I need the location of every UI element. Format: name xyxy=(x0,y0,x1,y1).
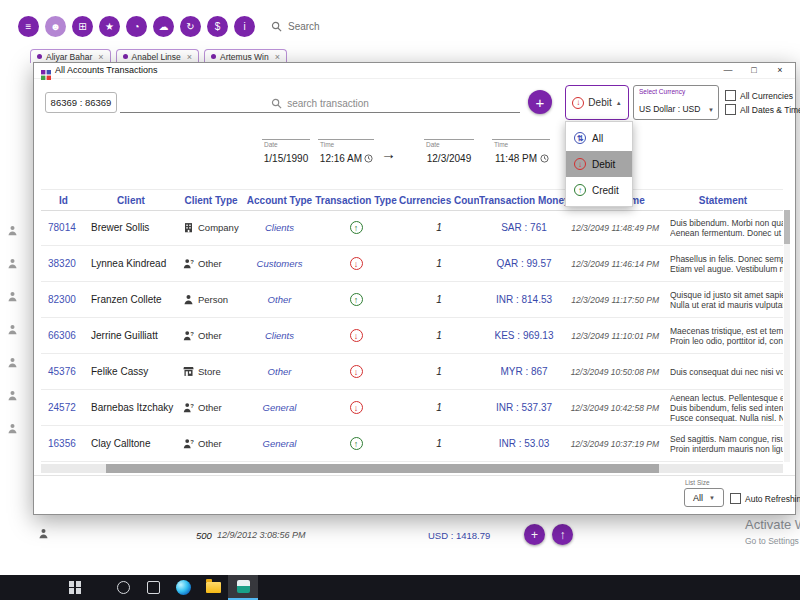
dialog-title: All Accounts Transactions xyxy=(55,65,158,75)
menu-item-credit[interactable]: ↑Credit xyxy=(566,177,632,203)
from-date-field[interactable]: Date 1/15/1990 xyxy=(262,139,310,168)
taskbar-file-explorer-icon[interactable] xyxy=(198,575,228,600)
transaction-row[interactable]: 38320Lynnea Kindread?OtherCustomers↓1QAR… xyxy=(41,246,783,282)
taskbar-edge-icon[interactable] xyxy=(168,575,198,600)
table-header: IdClientClient TypeAccount TypeTransacti… xyxy=(41,189,783,211)
maximize-button[interactable]: □ xyxy=(741,63,767,78)
header-id[interactable]: Id xyxy=(41,195,86,206)
to-date-field[interactable]: Date 12/3/2049 xyxy=(424,139,474,168)
menu-item-debit[interactable]: ↓Debit xyxy=(566,151,632,177)
scrollbar-thumb[interactable] xyxy=(784,210,790,244)
tab-strip: Aliyar Bahar×Anabel Linse×Artemus Win× xyxy=(30,49,287,63)
tab-close-icon[interactable]: × xyxy=(187,52,192,62)
app-search-input[interactable]: Search xyxy=(271,21,320,32)
header-statement[interactable]: Statement xyxy=(663,195,783,206)
other-icon: ? xyxy=(183,258,194,269)
taskbar-app-icon[interactable] xyxy=(228,575,258,600)
menu-item-all[interactable]: ⇅All xyxy=(566,125,632,151)
transactions-dialog: All Accounts Transactions —□× 86369 : 86… xyxy=(33,62,796,515)
cell-datetime: 12/3/2049 11:48:49 PM xyxy=(569,223,663,233)
cell-account-type: Clients xyxy=(246,330,313,341)
contacts-button[interactable]: ☻ xyxy=(45,16,66,37)
favorites-button[interactable]: ★ xyxy=(99,16,120,37)
cell-id[interactable]: 78014 xyxy=(41,222,86,233)
auto-refresh-checkbox[interactable]: Auto Refreshing xyxy=(730,493,800,504)
background-row-icon xyxy=(7,321,33,332)
cell-statement: Duis consequat dui nec nisi volu... xyxy=(663,367,783,377)
currency-select[interactable]: Select Currency US Dollar : USD ▼ xyxy=(633,85,719,120)
list-size-select[interactable]: All ▼ xyxy=(684,488,724,507)
cell-id[interactable]: 16356 xyxy=(41,438,86,449)
app-toolbar-buttons: ≡☻⊞★◔☁↻$i xyxy=(18,16,255,37)
other-icon: ? xyxy=(183,438,194,449)
cell-client-type: ?Other xyxy=(176,438,246,449)
background-add-button[interactable]: + xyxy=(524,524,545,545)
tab-close-icon[interactable]: × xyxy=(275,52,280,62)
cell-client: Brewer Sollis xyxy=(86,222,176,233)
header-client[interactable]: Client xyxy=(86,195,176,206)
cell-client-type: Company xyxy=(176,222,246,233)
checkbox-icon xyxy=(725,104,736,115)
table-horizontal-scrollbar[interactable] xyxy=(41,464,783,473)
cell-id[interactable]: 24572 xyxy=(41,402,86,413)
info-button[interactable]: i xyxy=(234,16,255,37)
cell-transaction-money: INR : 53.03 xyxy=(479,438,569,449)
transaction-row[interactable]: 78014Brewer SollisCompanyClients↑1SAR : … xyxy=(41,210,783,246)
transaction-type-filter-button[interactable]: ↓ Debit ▲ xyxy=(565,85,629,120)
menu-item-label: Credit xyxy=(592,185,619,196)
transaction-search-input[interactable]: search transaction xyxy=(120,95,520,113)
cell-account-type: General xyxy=(246,402,313,413)
add-transaction-button[interactable]: + xyxy=(528,90,552,114)
cell-account-type: Other xyxy=(246,294,313,305)
to-time-field[interactable]: Time 11:48 PM xyxy=(492,139,550,168)
all-currencies-checkbox[interactable]: All Currencies xyxy=(725,90,793,101)
header-transaction-money[interactable]: Transaction Money xyxy=(479,195,569,206)
tab-dot-icon xyxy=(123,54,128,59)
tab-anabel-linse[interactable]: Anabel Linse× xyxy=(116,49,199,63)
menu-button[interactable]: ≡ xyxy=(18,16,39,37)
cell-id[interactable]: 82300 xyxy=(41,294,86,305)
all-transactions-icon: ⇅ xyxy=(574,132,586,144)
cell-id[interactable]: 38320 xyxy=(41,258,86,269)
payments-button[interactable]: $ xyxy=(207,16,228,37)
debit-icon: ↓ xyxy=(350,365,363,378)
transaction-row[interactable]: 24572Barnebas Itzchaky?OtherGeneral↓1INR… xyxy=(41,390,783,426)
debit-icon: ↓ xyxy=(350,401,363,414)
header-currencies-count[interactable]: Currencies Count xyxy=(399,195,479,206)
tab-artemus-win[interactable]: Artemus Win× xyxy=(204,49,287,63)
transaction-row[interactable]: 45376Felike CassyStoreOther↓1MYR : 86712… xyxy=(41,354,783,390)
tab-close-icon[interactable]: × xyxy=(98,52,103,62)
close-button[interactable]: × xyxy=(767,63,793,78)
credit-icon: ↑ xyxy=(350,293,363,306)
list-size-label: List Size xyxy=(685,479,710,486)
cell-id[interactable]: 45376 xyxy=(41,366,86,377)
header-transaction-type[interactable]: Transaction Type xyxy=(313,195,399,206)
minimize-button[interactable]: — xyxy=(715,63,741,78)
transaction-row[interactable]: 16356Clay Calltone?OtherGeneral↑1INR : 5… xyxy=(41,426,783,462)
apps-button[interactable]: ⊞ xyxy=(72,16,93,37)
scrollbar-thumb[interactable] xyxy=(106,464,659,473)
cell-statement: Quisque id justo sit amet sapienNulla ut… xyxy=(663,290,783,310)
taskbar-search-icon[interactable] xyxy=(108,575,138,600)
taskbar-start-icon[interactable] xyxy=(60,575,90,600)
cloud-button[interactable]: ☁ xyxy=(153,16,174,37)
background-money: USD : 1418.79 xyxy=(428,530,490,541)
reports-button[interactable]: ◔ xyxy=(126,16,147,37)
tab-label: Anabel Linse xyxy=(132,52,181,62)
sync-button[interactable]: ↻ xyxy=(180,16,201,37)
transaction-row[interactable]: 82300Franzen ColletePersonOther↑1INR : 8… xyxy=(41,282,783,318)
header-account-type[interactable]: Account Type xyxy=(246,195,313,206)
cell-id[interactable]: 66306 xyxy=(41,330,86,341)
all-dates-checkbox[interactable]: All Dates & Times xyxy=(725,104,800,115)
cell-client: Jerrine Guilliatt xyxy=(86,330,176,341)
table-vertical-scrollbar[interactable] xyxy=(784,210,790,462)
transaction-row[interactable]: 66306Jerrine Guilliatt?OtherClients↓1KES… xyxy=(41,318,783,354)
from-time-field[interactable]: Time 12:16 AM xyxy=(318,139,374,168)
background-scroll-top-button[interactable]: ↑ xyxy=(552,524,573,545)
svg-text:?: ? xyxy=(190,403,194,409)
taskbar-task-view-icon[interactable] xyxy=(138,575,168,600)
tab-aliyar-bahar[interactable]: Aliyar Bahar× xyxy=(30,49,111,63)
header-client-type[interactable]: Client Type xyxy=(176,195,246,206)
background-row-icon xyxy=(7,255,33,266)
cell-statement: Duis bibendum. Morbi non quamAenean ferm… xyxy=(663,218,783,238)
